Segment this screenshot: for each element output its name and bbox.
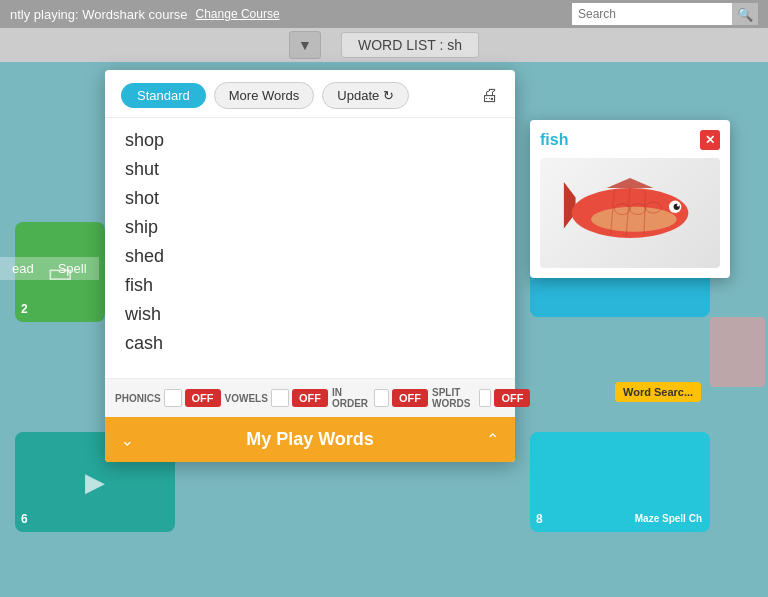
- phonics-label: PHONICS: [115, 393, 161, 404]
- svg-point-2: [591, 207, 677, 232]
- phonics-toggle-group: PHONICS OFF: [115, 389, 221, 407]
- top-bar: ntly playing: Wordshark course Change Co…: [0, 0, 768, 28]
- footer-chevron-right[interactable]: ⌃: [486, 430, 499, 449]
- fish-popup: fish ✕: [530, 120, 730, 278]
- list-item[interactable]: cash: [125, 329, 495, 358]
- list-item[interactable]: fish: [125, 271, 495, 300]
- list-item[interactable]: shut: [125, 155, 495, 184]
- list-item[interactable]: shop: [125, 126, 495, 155]
- keyboard-area: [710, 317, 765, 387]
- splitwords-toggle-group: SPLIT WORDS OFF: [432, 387, 530, 409]
- read-tab[interactable]: ead: [0, 257, 46, 280]
- tile-num-2: 2: [21, 302, 28, 316]
- search-button[interactable]: 🔍: [732, 3, 758, 25]
- print-icon[interactable]: 🖨: [481, 85, 499, 106]
- more-words-button[interactable]: More Words: [214, 82, 315, 109]
- inorder-toggle-group: IN ORDER OFF: [332, 387, 428, 409]
- tile-num-8: 8: [536, 512, 543, 526]
- splitwords-label: SPLIT WORDS: [432, 387, 476, 409]
- inorder-checkbox[interactable]: [374, 389, 389, 407]
- svg-marker-0: [564, 182, 576, 229]
- phonics-off-button[interactable]: OFF: [185, 389, 221, 407]
- splitwords-off-button[interactable]: OFF: [494, 389, 530, 407]
- inorder-off-button[interactable]: OFF: [392, 389, 428, 407]
- dropdown-arrow[interactable]: ▼: [289, 31, 321, 59]
- now-playing-text: ntly playing: Wordshark course: [10, 7, 188, 22]
- list-item[interactable]: ship: [125, 213, 495, 242]
- tile-teal: 8 Maze Spell Ch: [530, 432, 710, 532]
- list-item[interactable]: shed: [125, 242, 495, 271]
- vowels-checkbox[interactable]: [271, 389, 289, 407]
- svg-marker-3: [607, 178, 654, 188]
- vowels-label: VOWELS: [225, 393, 268, 404]
- phonics-checkbox[interactable]: [164, 389, 182, 407]
- update-button[interactable]: Update ↻: [322, 82, 409, 109]
- fish-illustration: [560, 173, 700, 253]
- splitwords-checkbox[interactable]: [479, 389, 491, 407]
- update-icon: ↻: [383, 88, 394, 103]
- word-list: shop shut shot ship shed fish wish cash: [105, 118, 515, 378]
- my-play-words-text: My Play Words: [246, 429, 374, 450]
- modal-header: Standard More Words Update ↻ 🖨: [105, 70, 515, 118]
- vowels-off-button[interactable]: OFF: [292, 389, 328, 407]
- toggle-row: PHONICS OFF VOWELS OFF IN ORDER OFF SPLI…: [105, 378, 515, 417]
- search-box: 🔍: [572, 3, 758, 25]
- read-spell-tabs: ead Spell: [0, 257, 99, 280]
- search-input[interactable]: [572, 3, 732, 25]
- word-list-modal: Standard More Words Update ↻ 🖨 shop shut…: [105, 70, 515, 462]
- vowels-toggle-group: VOWELS OFF: [225, 389, 328, 407]
- footer-chevron-left[interactable]: ⌃: [121, 430, 134, 449]
- word-search-btn[interactable]: Word Searc...: [615, 382, 701, 402]
- fish-close-button[interactable]: ✕: [700, 130, 720, 150]
- tile-num-6: 6: [21, 512, 28, 526]
- svg-point-6: [677, 204, 679, 206]
- spell-tab[interactable]: Spell: [46, 257, 99, 280]
- list-item[interactable]: shot: [125, 184, 495, 213]
- fish-image: [540, 158, 720, 268]
- standard-button[interactable]: Standard: [121, 83, 206, 108]
- fish-popup-title: fish: [540, 131, 568, 149]
- modal-footer: ⌃ My Play Words ⌃: [105, 417, 515, 462]
- word-list-bar: ▼ WORD LIST : sh: [0, 28, 768, 62]
- list-item[interactable]: wish: [125, 300, 495, 329]
- fish-popup-header: fish ✕: [540, 130, 720, 150]
- change-course-link[interactable]: Change Course: [196, 7, 280, 21]
- inorder-label: IN ORDER: [332, 387, 371, 409]
- update-label: Update: [337, 88, 379, 103]
- word-list-label: WORD LIST : sh: [341, 32, 479, 58]
- maze-label: Maze Spell Ch: [635, 513, 702, 524]
